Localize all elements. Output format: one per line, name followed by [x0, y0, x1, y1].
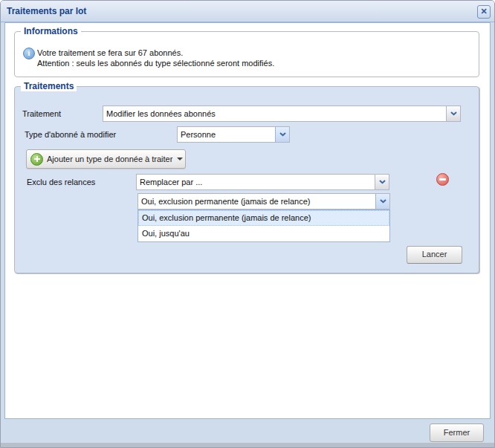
exclu-action-combobox[interactable]: Remplacer par ... [136, 174, 389, 190]
traitement-label: Traitement [22, 105, 61, 122]
type-abonne-label: Type d'abonné à modifier [25, 126, 116, 143]
informations-fieldset: Informations i Votre traitement se fera … [14, 31, 479, 77]
chevron-down-icon[interactable] [375, 194, 389, 209]
add-data-type-button-label: Ajouter un type de donnée à traiter [47, 155, 172, 163]
traitement-combobox[interactable]: Modifier les données abonnés [103, 105, 461, 122]
lancer-button[interactable]: Lancer [407, 246, 462, 264]
add-data-type-button[interactable]: Ajouter un type de donnée à traiter [26, 149, 186, 169]
dialog-titlebar[interactable]: Traitements par lot ✕ [1, 1, 494, 22]
batch-dialog-window: Traitements par lot ✕ Informations i Vot… [0, 0, 495, 448]
remove-row-icon[interactable] [436, 173, 449, 186]
type-abonne-combobox[interactable]: Personne [177, 126, 290, 143]
type-abonne-combobox-value: Personne [178, 127, 275, 142]
dialog-bottom-edge [1, 443, 494, 447]
plus-icon [30, 153, 43, 166]
chevron-down-icon[interactable] [275, 127, 289, 142]
chevron-down-icon[interactable] [446, 106, 460, 121]
info-message-line2: Attention : seuls les abonnés du type sé… [37, 59, 274, 68]
caret-down-icon [177, 158, 183, 160]
exclu-value-combobox[interactable]: Oui, exclusion permanente (jamais de rel… [138, 193, 390, 210]
informations-legend: Informations [21, 26, 81, 36]
traitements-fieldset: Traitements Traitement Modifier les donn… [14, 86, 479, 273]
info-icon: i [23, 48, 35, 59]
close-icon[interactable]: ✕ [477, 5, 491, 19]
list-item[interactable]: Oui, jusqu'au [138, 226, 389, 241]
traitement-combobox-value: Modifier les données abonnés [103, 106, 446, 121]
list-item[interactable]: Oui, exclusion permanente (jamais de rel… [138, 210, 389, 226]
dialog-title: Traitements par lot [7, 6, 86, 16]
exclu-value-dropdown-list: Oui, exclusion permanente (jamais de rel… [138, 210, 390, 242]
dialog-body-panel: Informations i Votre traitement se fera … [4, 22, 491, 419]
exclu-value-combobox-value: Oui, exclusion permanente (jamais de rel… [138, 194, 375, 209]
exclu-relances-label: Exclu des relances [27, 174, 95, 190]
chevron-down-icon[interactable] [375, 175, 389, 189]
traitements-legend: Traitements [21, 81, 77, 91]
fermer-button[interactable]: Fermer [430, 423, 484, 442]
info-message-line1: Votre traitement se fera sur 67 abonnés. [37, 48, 183, 57]
exclu-action-combobox-value: Remplacer par ... [137, 175, 375, 189]
